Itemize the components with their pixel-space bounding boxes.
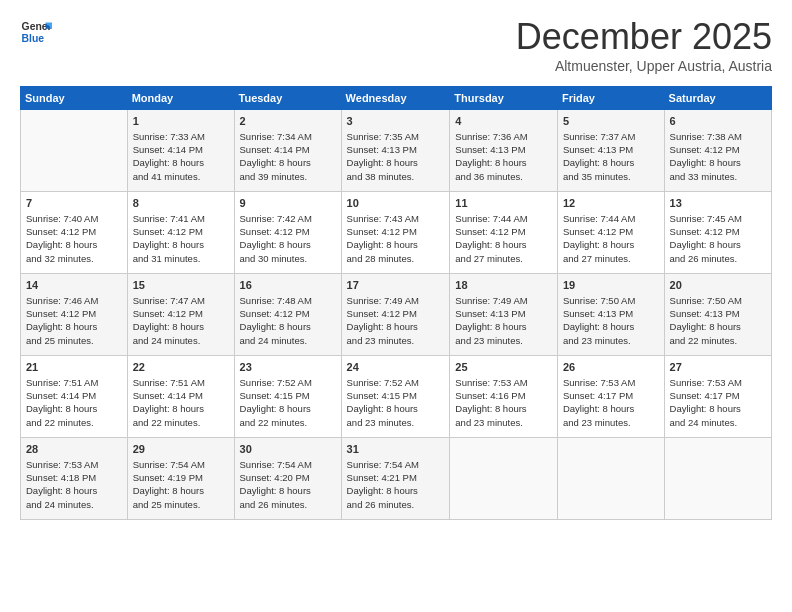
svg-text:Blue: Blue — [22, 33, 45, 44]
day-number: 10 — [347, 196, 445, 211]
week-row-3: 14Sunrise: 7:46 AM Sunset: 4:12 PM Dayli… — [21, 274, 772, 356]
page: General Blue December 2025 Altmuenster, … — [0, 0, 792, 612]
cell-w5-d7 — [664, 438, 771, 520]
cell-w3-d5: 18Sunrise: 7:49 AM Sunset: 4:13 PM Dayli… — [450, 274, 558, 356]
day-info: Sunrise: 7:52 AM Sunset: 4:15 PM Dayligh… — [240, 376, 336, 429]
day-info: Sunrise: 7:54 AM Sunset: 4:21 PM Dayligh… — [347, 458, 445, 511]
day-info: Sunrise: 7:45 AM Sunset: 4:12 PM Dayligh… — [670, 212, 766, 265]
day-info: Sunrise: 7:34 AM Sunset: 4:14 PM Dayligh… — [240, 130, 336, 183]
day-number: 1 — [133, 114, 229, 129]
col-wednesday: Wednesday — [341, 87, 450, 110]
col-monday: Monday — [127, 87, 234, 110]
day-info: Sunrise: 7:51 AM Sunset: 4:14 PM Dayligh… — [26, 376, 122, 429]
cell-w3-d6: 19Sunrise: 7:50 AM Sunset: 4:13 PM Dayli… — [557, 274, 664, 356]
cell-w2-d7: 13Sunrise: 7:45 AM Sunset: 4:12 PM Dayli… — [664, 192, 771, 274]
day-number: 13 — [670, 196, 766, 211]
day-info: Sunrise: 7:44 AM Sunset: 4:12 PM Dayligh… — [455, 212, 552, 265]
day-number: 19 — [563, 278, 659, 293]
week-row-4: 21Sunrise: 7:51 AM Sunset: 4:14 PM Dayli… — [21, 356, 772, 438]
day-info: Sunrise: 7:33 AM Sunset: 4:14 PM Dayligh… — [133, 130, 229, 183]
cell-w5-d6 — [557, 438, 664, 520]
cell-w1-d7: 6Sunrise: 7:38 AM Sunset: 4:12 PM Daylig… — [664, 110, 771, 192]
col-friday: Friday — [557, 87, 664, 110]
col-tuesday: Tuesday — [234, 87, 341, 110]
day-number: 8 — [133, 196, 229, 211]
week-row-5: 28Sunrise: 7:53 AM Sunset: 4:18 PM Dayli… — [21, 438, 772, 520]
cell-w4-d5: 25Sunrise: 7:53 AM Sunset: 4:16 PM Dayli… — [450, 356, 558, 438]
day-info: Sunrise: 7:43 AM Sunset: 4:12 PM Dayligh… — [347, 212, 445, 265]
day-info: Sunrise: 7:46 AM Sunset: 4:12 PM Dayligh… — [26, 294, 122, 347]
day-info: Sunrise: 7:36 AM Sunset: 4:13 PM Dayligh… — [455, 130, 552, 183]
day-info: Sunrise: 7:52 AM Sunset: 4:15 PM Dayligh… — [347, 376, 445, 429]
day-number: 2 — [240, 114, 336, 129]
day-number: 9 — [240, 196, 336, 211]
day-number: 3 — [347, 114, 445, 129]
day-number: 28 — [26, 442, 122, 457]
day-info: Sunrise: 7:38 AM Sunset: 4:12 PM Dayligh… — [670, 130, 766, 183]
month-title: December 2025 — [516, 16, 772, 58]
day-number: 20 — [670, 278, 766, 293]
col-thursday: Thursday — [450, 87, 558, 110]
cell-w3-d3: 16Sunrise: 7:48 AM Sunset: 4:12 PM Dayli… — [234, 274, 341, 356]
day-number: 23 — [240, 360, 336, 375]
cell-w4-d1: 21Sunrise: 7:51 AM Sunset: 4:14 PM Dayli… — [21, 356, 128, 438]
week-row-1: 1Sunrise: 7:33 AM Sunset: 4:14 PM Daylig… — [21, 110, 772, 192]
day-number: 17 — [347, 278, 445, 293]
day-info: Sunrise: 7:54 AM Sunset: 4:20 PM Dayligh… — [240, 458, 336, 511]
cell-w5-d5 — [450, 438, 558, 520]
subtitle: Altmuenster, Upper Austria, Austria — [516, 58, 772, 74]
week-row-2: 7Sunrise: 7:40 AM Sunset: 4:12 PM Daylig… — [21, 192, 772, 274]
day-number: 24 — [347, 360, 445, 375]
cell-w5-d2: 29Sunrise: 7:54 AM Sunset: 4:19 PM Dayli… — [127, 438, 234, 520]
day-number: 14 — [26, 278, 122, 293]
day-number: 11 — [455, 196, 552, 211]
day-number: 26 — [563, 360, 659, 375]
cell-w1-d5: 4Sunrise: 7:36 AM Sunset: 4:13 PM Daylig… — [450, 110, 558, 192]
day-info: Sunrise: 7:51 AM Sunset: 4:14 PM Dayligh… — [133, 376, 229, 429]
day-number: 31 — [347, 442, 445, 457]
cell-w2-d5: 11Sunrise: 7:44 AM Sunset: 4:12 PM Dayli… — [450, 192, 558, 274]
cell-w1-d2: 1Sunrise: 7:33 AM Sunset: 4:14 PM Daylig… — [127, 110, 234, 192]
calendar-table: Sunday Monday Tuesday Wednesday Thursday… — [20, 86, 772, 520]
cell-w3-d2: 15Sunrise: 7:47 AM Sunset: 4:12 PM Dayli… — [127, 274, 234, 356]
cell-w4-d3: 23Sunrise: 7:52 AM Sunset: 4:15 PM Dayli… — [234, 356, 341, 438]
day-info: Sunrise: 7:53 AM Sunset: 4:17 PM Dayligh… — [563, 376, 659, 429]
day-info: Sunrise: 7:44 AM Sunset: 4:12 PM Dayligh… — [563, 212, 659, 265]
day-number: 25 — [455, 360, 552, 375]
cell-w5-d1: 28Sunrise: 7:53 AM Sunset: 4:18 PM Dayli… — [21, 438, 128, 520]
day-info: Sunrise: 7:42 AM Sunset: 4:12 PM Dayligh… — [240, 212, 336, 265]
cell-w3-d7: 20Sunrise: 7:50 AM Sunset: 4:13 PM Dayli… — [664, 274, 771, 356]
cell-w5-d3: 30Sunrise: 7:54 AM Sunset: 4:20 PM Dayli… — [234, 438, 341, 520]
day-info: Sunrise: 7:53 AM Sunset: 4:17 PM Dayligh… — [670, 376, 766, 429]
logo: General Blue — [20, 16, 52, 48]
day-info: Sunrise: 7:35 AM Sunset: 4:13 PM Dayligh… — [347, 130, 445, 183]
cell-w1-d3: 2Sunrise: 7:34 AM Sunset: 4:14 PM Daylig… — [234, 110, 341, 192]
day-number: 18 — [455, 278, 552, 293]
day-info: Sunrise: 7:47 AM Sunset: 4:12 PM Dayligh… — [133, 294, 229, 347]
cell-w2-d1: 7Sunrise: 7:40 AM Sunset: 4:12 PM Daylig… — [21, 192, 128, 274]
day-info: Sunrise: 7:50 AM Sunset: 4:13 PM Dayligh… — [670, 294, 766, 347]
cell-w2-d4: 10Sunrise: 7:43 AM Sunset: 4:12 PM Dayli… — [341, 192, 450, 274]
day-info: Sunrise: 7:53 AM Sunset: 4:16 PM Dayligh… — [455, 376, 552, 429]
col-saturday: Saturday — [664, 87, 771, 110]
cell-w2-d6: 12Sunrise: 7:44 AM Sunset: 4:12 PM Dayli… — [557, 192, 664, 274]
day-number: 16 — [240, 278, 336, 293]
day-info: Sunrise: 7:40 AM Sunset: 4:12 PM Dayligh… — [26, 212, 122, 265]
day-info: Sunrise: 7:50 AM Sunset: 4:13 PM Dayligh… — [563, 294, 659, 347]
cell-w5-d4: 31Sunrise: 7:54 AM Sunset: 4:21 PM Dayli… — [341, 438, 450, 520]
cell-w4-d7: 27Sunrise: 7:53 AM Sunset: 4:17 PM Dayli… — [664, 356, 771, 438]
cell-w3-d1: 14Sunrise: 7:46 AM Sunset: 4:12 PM Dayli… — [21, 274, 128, 356]
day-number: 30 — [240, 442, 336, 457]
cell-w1-d6: 5Sunrise: 7:37 AM Sunset: 4:13 PM Daylig… — [557, 110, 664, 192]
day-number: 5 — [563, 114, 659, 129]
day-number: 15 — [133, 278, 229, 293]
day-info: Sunrise: 7:53 AM Sunset: 4:18 PM Dayligh… — [26, 458, 122, 511]
cell-w1-d4: 3Sunrise: 7:35 AM Sunset: 4:13 PM Daylig… — [341, 110, 450, 192]
header-row: Sunday Monday Tuesday Wednesday Thursday… — [21, 87, 772, 110]
day-info: Sunrise: 7:49 AM Sunset: 4:13 PM Dayligh… — [455, 294, 552, 347]
day-number: 21 — [26, 360, 122, 375]
day-info: Sunrise: 7:48 AM Sunset: 4:12 PM Dayligh… — [240, 294, 336, 347]
day-info: Sunrise: 7:49 AM Sunset: 4:12 PM Dayligh… — [347, 294, 445, 347]
day-info: Sunrise: 7:41 AM Sunset: 4:12 PM Dayligh… — [133, 212, 229, 265]
day-number: 22 — [133, 360, 229, 375]
